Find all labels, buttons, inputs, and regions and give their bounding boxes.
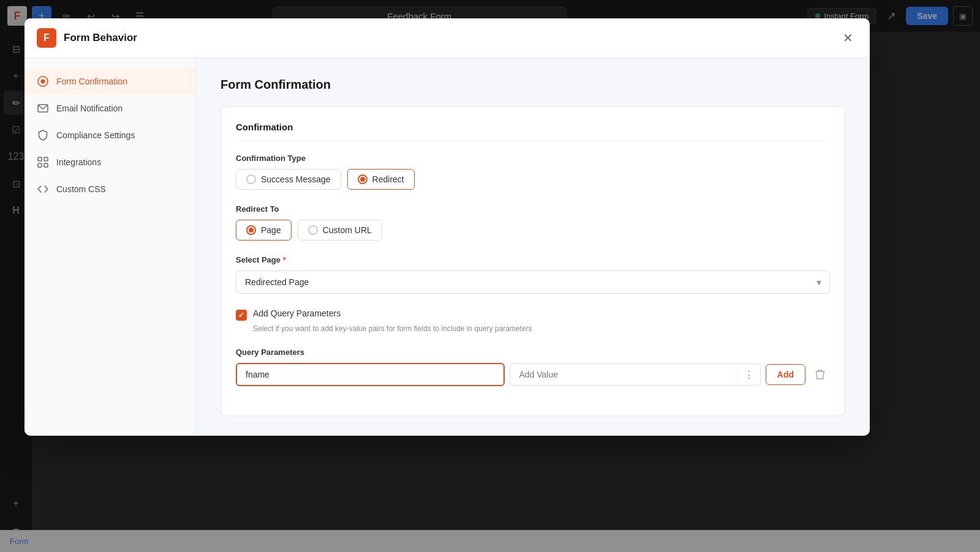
dialog-overlay: F Form Behavior ✕ Fo	[0, 0, 980, 552]
param-value-wrapper: ⋮	[510, 364, 760, 386]
redirect-to-radio-group: Page Custom URL	[236, 220, 830, 241]
svg-point-1	[41, 80, 45, 84]
query-parameters-label: Query Parameters	[236, 348, 830, 357]
dialog-body: Form Confirmation Email Notification	[24, 58, 870, 436]
dialog-header: F Form Behavior ✕	[24, 18, 870, 58]
radio-custom-url[interactable]: Custom URL	[298, 220, 382, 241]
main-area: ⊟ + ✏ ☑ 123 ⊡ H ＋ ✒ F Form Behavior ✕	[0, 32, 980, 552]
delete-param-button[interactable]	[810, 365, 830, 384]
radio-label-custom-url: Custom URL	[323, 225, 372, 235]
dialog-content: Form Confirmation Confirmation Confirmat…	[196, 58, 870, 436]
select-page-section: Select Page * Redirected Page ▾	[236, 255, 830, 294]
query-parameters-section: Query Parameters ⋮ Add	[236, 348, 830, 386]
shield-icon	[37, 129, 49, 141]
nav-item-compliance-settings[interactable]: Compliance Settings	[24, 122, 195, 149]
svg-rect-4	[44, 157, 48, 161]
radio-circle-redirect	[358, 174, 368, 184]
code-icon	[37, 183, 49, 195]
confirmation-type-label: Confirmation Type	[236, 154, 830, 163]
dialog-close-button[interactable]: ✕	[838, 28, 858, 48]
redirect-to-section: Redirect To Page Custom URL	[236, 204, 830, 241]
select-page-wrapper: Redirected Page ▾	[236, 270, 830, 294]
radio-label-success: Success Message	[261, 174, 331, 184]
select-page-dropdown[interactable]: Redirected Page	[236, 270, 830, 294]
radio-label-redirect: Redirect	[372, 174, 404, 184]
select-page-label: Select Page *	[236, 255, 830, 264]
dots-vertical-icon[interactable]: ⋮	[737, 369, 760, 381]
nav-label-compliance-settings: Compliance Settings	[56, 130, 135, 140]
add-param-button[interactable]: Add	[766, 364, 805, 385]
page-title: Form Confirmation	[221, 78, 845, 92]
checkmark-icon: ✓	[238, 311, 244, 319]
radio-label-page: Page	[261, 225, 281, 235]
query-params-checkbox-row: ✓ Add Query Parameters	[236, 308, 830, 321]
param-key-input[interactable]	[236, 363, 505, 386]
query-params-checkbox-label: Add Query Parameters	[253, 308, 341, 318]
nav-label-custom-css: Custom CSS	[56, 184, 106, 194]
radio-circle-page	[246, 225, 256, 235]
radio-circle-custom-url	[308, 225, 318, 235]
query-params-checkbox[interactable]: ✓	[236, 310, 247, 321]
query-params-input-row: ⋮ Add	[236, 363, 830, 386]
svg-rect-6	[44, 163, 48, 167]
nav-label-integrations: Integrations	[56, 157, 101, 167]
radio-page[interactable]: Page	[236, 220, 292, 241]
add-query-params-section: ✓ Add Query Parameters Select if you wan…	[236, 308, 830, 333]
dialog-title: Form Behavior	[64, 32, 137, 44]
card-title: Confirmation	[236, 122, 830, 141]
nav-item-form-confirmation[interactable]: Form Confirmation	[24, 68, 195, 95]
confirmation-type-radio-group: Success Message Redirect	[236, 169, 830, 190]
nav-label-form-confirmation: Form Confirmation	[56, 76, 127, 86]
confirmation-type-section: Confirmation Type Success Message Redire…	[236, 154, 830, 190]
confirmation-card: Confirmation Confirmation Type Success M…	[221, 106, 845, 416]
dialog-nav: Form Confirmation Email Notification	[24, 58, 196, 436]
radio-circle-success	[246, 174, 256, 184]
form-behavior-dialog: F Form Behavior ✕ Fo	[24, 18, 870, 436]
svg-rect-3	[38, 157, 42, 161]
param-value-input[interactable]	[510, 364, 737, 385]
query-params-hint: Select if you want to add key-value pair…	[253, 324, 830, 333]
grid-icon	[37, 156, 49, 168]
redirect-to-label: Redirect To	[236, 204, 830, 214]
radio-redirect[interactable]: Redirect	[347, 169, 415, 190]
nav-item-email-notification[interactable]: Email Notification	[24, 95, 195, 122]
circle-check-icon	[37, 75, 49, 88]
dialog-logo: F	[37, 28, 56, 48]
radio-success-message[interactable]: Success Message	[236, 169, 341, 190]
svg-rect-5	[38, 163, 42, 167]
nav-item-custom-css[interactable]: Custom CSS	[24, 176, 195, 203]
required-indicator: *	[283, 255, 286, 264]
nav-item-integrations[interactable]: Integrations	[24, 149, 195, 176]
envelope-icon	[37, 102, 49, 114]
nav-label-email-notification: Email Notification	[56, 103, 123, 113]
